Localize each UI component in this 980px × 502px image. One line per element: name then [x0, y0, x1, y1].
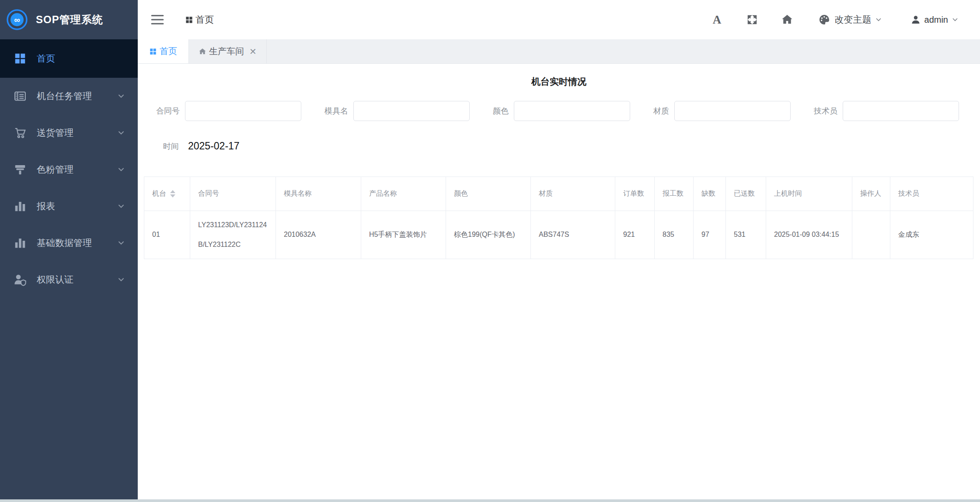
- filter-technician: 技术员: [814, 101, 959, 121]
- theme-switcher[interactable]: 改变主题: [818, 14, 882, 26]
- palette-icon: [818, 14, 830, 26]
- theme-switcher-label: 改变主题: [835, 14, 872, 26]
- sidebar-item-label: 首页: [37, 52, 55, 65]
- home-icon: [199, 48, 206, 55]
- topbar: 首页 A 改变主题 admin: [138, 0, 980, 39]
- cell-shortage: 97: [694, 211, 726, 259]
- sort-icon[interactable]: [170, 190, 175, 197]
- material-input[interactable]: [674, 101, 791, 121]
- chevron-down-icon: [951, 16, 959, 24]
- svg-text:∞: ∞: [14, 15, 20, 24]
- filter-label: 模具名: [324, 106, 348, 116]
- cart-icon: [13, 126, 27, 140]
- user-shield-icon: [13, 273, 27, 287]
- column-header: 模具名称: [276, 177, 361, 211]
- cell-material: ABS747S: [531, 211, 615, 259]
- task-list-icon: [13, 89, 27, 103]
- column-header: 合同号: [190, 177, 276, 211]
- column-header: 缺数: [694, 177, 726, 211]
- technician-input[interactable]: [843, 101, 959, 121]
- time-row: 时间 2025-02-17: [163, 140, 980, 152]
- sidebar-item-label: 基础数据管理: [37, 237, 92, 249]
- sidebar-item-machine-tasks[interactable]: 机台任务管理: [0, 78, 138, 114]
- chevron-down-icon: [117, 128, 126, 137]
- cell-color: 棕色199(QF卡其色): [446, 211, 531, 259]
- color-input[interactable]: [514, 101, 630, 121]
- cell-operator: [852, 211, 890, 259]
- sidebar-item-delivery[interactable]: 送货管理: [0, 114, 138, 151]
- sidebar-item-reports[interactable]: 报表: [0, 188, 138, 225]
- filter-row: 合同号 模具名 颜色 材质 技术员: [156, 101, 959, 121]
- grid-icon: [185, 16, 193, 24]
- machine-status-table: 机台 合同号 模具名称 产品名称 颜色 材质 订单数 报工数 缺数 已送数 上机…: [144, 177, 973, 259]
- table-header-row: 机台 合同号 模具名称 产品名称 颜色 材质 订单数 报工数 缺数 已送数 上机…: [144, 177, 973, 211]
- table-row[interactable]: 01 LY231123D/LY231124B/LY231122C 2010632…: [144, 211, 973, 259]
- sidebar-item-permissions[interactable]: 权限认证: [0, 261, 138, 298]
- cell-delivered: 531: [726, 211, 766, 259]
- column-header: 技术员: [890, 177, 973, 211]
- home-button[interactable]: [781, 13, 794, 26]
- main-content: 机台实时情况 合同号 模具名 颜色 材质 技术员 时间 2025-02-17: [138, 64, 980, 499]
- tab-label: 生产车间: [209, 45, 244, 57]
- column-header: 产品名称: [361, 177, 446, 211]
- sidebar-item-label: 报表: [37, 200, 55, 212]
- cell-reported-qty: 835: [655, 211, 694, 259]
- tab-home[interactable]: 首页: [138, 39, 189, 63]
- sidebar-item-label: 送货管理: [37, 127, 73, 139]
- filter-label: 技术员: [814, 106, 837, 116]
- cell-start-time: 2025-01-09 03:44:15: [766, 211, 852, 259]
- filter-label: 材质: [653, 106, 669, 116]
- contract-no-input[interactable]: [185, 101, 301, 121]
- chevron-down-icon: [117, 202, 126, 211]
- cell-product: H5手柄下盖装饰片: [361, 211, 446, 259]
- column-header: 操作人: [852, 177, 890, 211]
- chevron-down-icon: [117, 239, 126, 247]
- mold-name-input[interactable]: [353, 101, 470, 121]
- cell-contract: LY231123D/LY231124B/LY231122C: [190, 211, 276, 259]
- time-value[interactable]: 2025-02-17: [188, 140, 240, 152]
- cell-order-qty: 921: [615, 211, 655, 259]
- tab-production-workshop[interactable]: 生产车间 ✕: [189, 39, 267, 63]
- close-icon[interactable]: ✕: [249, 47, 257, 56]
- column-header-machine[interactable]: 机台: [144, 177, 190, 211]
- filter-label: 合同号: [156, 106, 180, 116]
- menu-toggle-icon[interactable]: [151, 14, 164, 25]
- sidebar-item-pigment[interactable]: 色粉管理: [0, 151, 138, 188]
- font-size-button[interactable]: A: [711, 13, 724, 26]
- column-header: 颜色: [446, 177, 531, 211]
- column-header: 上机时间: [766, 177, 852, 211]
- bar-chart-icon: [13, 199, 27, 213]
- sidebar-menu: 首页 机台任务管理 送货管理: [0, 39, 138, 298]
- cell-machine: 01: [144, 211, 190, 259]
- grid-icon: [149, 48, 157, 55]
- sidebar: ∞ SOP管理系统 首页 机台任务管理: [0, 0, 138, 499]
- grid-icon: [13, 52, 27, 66]
- cell-mold: 2010632A: [276, 211, 361, 259]
- bar-chart-icon: [13, 236, 27, 250]
- tab-label: 首页: [160, 45, 177, 57]
- column-header: 已送数: [726, 177, 766, 211]
- time-label: 时间: [163, 141, 179, 152]
- horizontal-scrollbar[interactable]: [0, 499, 980, 502]
- sidebar-item-base-data[interactable]: 基础数据管理: [0, 225, 138, 261]
- tab-bar: 首页 生产车间 ✕: [138, 39, 980, 64]
- user-menu[interactable]: admin: [910, 14, 959, 25]
- filter-color: 颜色: [493, 101, 630, 121]
- app-logo-infinity-icon: ∞: [6, 9, 28, 31]
- column-header: 报工数: [655, 177, 694, 211]
- brush-icon: [13, 163, 27, 177]
- logo-area: ∞ SOP管理系统: [0, 0, 138, 39]
- sidebar-item-home[interactable]: 首页: [0, 39, 138, 78]
- breadcrumb-label: 首页: [195, 14, 214, 26]
- topbar-tools: A 改变主题 admin: [689, 13, 980, 26]
- chevron-down-icon: [117, 165, 126, 174]
- breadcrumb[interactable]: 首页: [185, 14, 214, 26]
- sidebar-item-label: 色粉管理: [37, 163, 73, 176]
- cell-technician: 金成东: [890, 211, 973, 259]
- page-title: 机台实时情况: [138, 76, 980, 88]
- column-header: 订单数: [615, 177, 655, 211]
- sidebar-item-label: 权限认证: [37, 274, 73, 286]
- fullscreen-button[interactable]: [746, 13, 759, 26]
- user-icon: [910, 14, 921, 25]
- column-header: 材质: [531, 177, 615, 211]
